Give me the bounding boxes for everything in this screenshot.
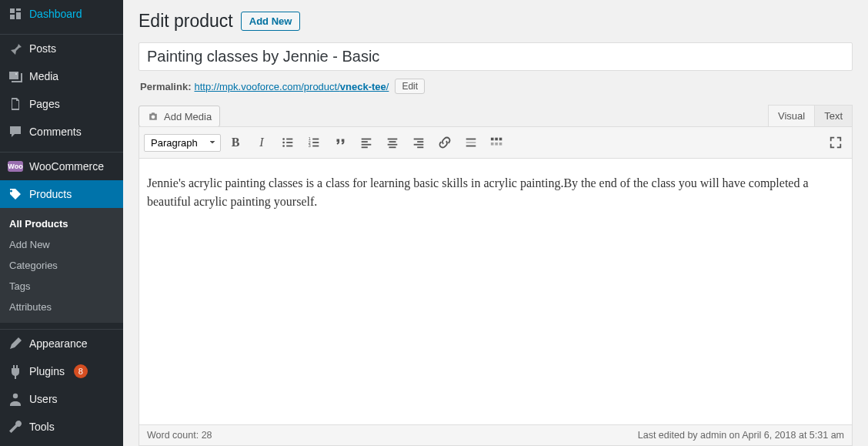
sidebar-item-products[interactable]: Products	[0, 180, 123, 208]
sidebar-item-users[interactable]: Users	[0, 385, 123, 413]
svg-rect-17	[362, 146, 368, 148]
align-center-button[interactable]	[381, 132, 404, 153]
products-icon	[8, 186, 23, 202]
svg-rect-3	[286, 139, 292, 140]
sidebar-item-tools[interactable]: Tools	[0, 413, 123, 441]
sidebar-item-label: Media	[29, 70, 58, 82]
submenu-attributes[interactable]: Attributes	[0, 297, 123, 317]
svg-rect-27	[466, 142, 476, 143]
pin-icon	[8, 41, 23, 56]
svg-rect-20	[388, 144, 398, 146]
svg-rect-9	[312, 139, 319, 140]
permalink-label: Permalink:	[140, 81, 191, 92]
svg-rect-5	[286, 142, 292, 143]
svg-rect-18	[388, 139, 398, 140]
sidebar-item-media[interactable]: Media	[0, 62, 123, 90]
svg-rect-16	[362, 144, 372, 146]
svg-rect-22	[414, 139, 424, 140]
svg-rect-14	[362, 139, 372, 140]
tab-text[interactable]: Text	[814, 105, 853, 127]
add-new-button[interactable]: Add New	[241, 12, 301, 31]
svg-text:3: 3	[309, 143, 311, 148]
comments-icon	[8, 124, 23, 139]
svg-rect-25	[417, 146, 423, 148]
numbered-list-button[interactable]: 123	[302, 132, 326, 153]
svg-rect-30	[495, 138, 498, 141]
sidebar-item-dashboard[interactable]: Dashboard	[0, 0, 123, 28]
svg-rect-23	[417, 141, 423, 143]
svg-rect-26	[466, 139, 476, 140]
toolbar-toggle-button[interactable]	[486, 132, 509, 153]
svg-rect-13	[312, 146, 319, 147]
bullet-list-button[interactable]	[276, 132, 299, 153]
content-paragraph: Jennie's acrylic painting classes is a c…	[147, 174, 844, 211]
permalink-link[interactable]: http://mpk.vooforce.com/product/vneck-te…	[194, 81, 389, 92]
svg-rect-28	[466, 146, 476, 147]
svg-point-2	[282, 138, 285, 140]
permalink-slug: vneck-tee	[340, 81, 386, 92]
sidebar-item-label: Appearance	[29, 337, 88, 350]
blockquote-button[interactable]	[329, 132, 352, 153]
fullscreen-button[interactable]	[824, 132, 847, 153]
submenu-add-new[interactable]: Add New	[0, 234, 123, 255]
svg-rect-7	[286, 146, 292, 147]
permalink-trail: /	[386, 81, 389, 92]
sidebar-item-label: Pages	[29, 98, 60, 110]
sidebar-item-label: Products	[29, 188, 72, 200]
submenu-all-products[interactable]: All Products	[0, 213, 123, 234]
sidebar-item-label: Plugins	[29, 365, 65, 377]
svg-rect-33	[495, 143, 498, 146]
admin-sidebar: Dashboard Posts Media Pages Comments Woo…	[0, 0, 123, 446]
svg-point-0	[15, 73, 17, 75]
link-button[interactable]	[433, 132, 456, 153]
sidebar-item-label: Tools	[29, 421, 55, 433]
submenu-tags[interactable]: Tags	[0, 276, 123, 297]
svg-rect-31	[499, 138, 502, 141]
svg-rect-19	[389, 141, 396, 143]
camera-icon	[147, 110, 159, 122]
sidebar-item-plugins[interactable]: Plugins 8	[0, 357, 123, 385]
users-icon	[8, 391, 23, 407]
align-left-button[interactable]	[355, 132, 378, 153]
svg-rect-21	[389, 146, 396, 148]
svg-rect-32	[491, 143, 494, 146]
format-select[interactable]: Paragraph	[144, 134, 221, 152]
sidebar-item-label: Users	[29, 393, 58, 405]
italic-button[interactable]: I	[250, 132, 273, 153]
sidebar-item-comments[interactable]: Comments	[0, 118, 123, 146]
editor-top-row: Add Media Visual Text	[139, 105, 853, 127]
sidebar-item-label: Dashboard	[29, 8, 82, 20]
editor-content[interactable]: Jennie's acrylic painting classes is a c…	[139, 159, 852, 424]
permalink-base: http://mpk.vooforce.com/product/	[194, 81, 339, 92]
readmore-button[interactable]	[459, 132, 482, 153]
svg-rect-11	[312, 142, 319, 143]
edit-permalink-button[interactable]: Edit	[395, 79, 425, 94]
sidebar-item-appearance[interactable]: Appearance	[0, 330, 123, 357]
bold-button[interactable]: B	[224, 132, 247, 153]
sidebar-item-label: Posts	[29, 42, 56, 55]
sidebar-item-posts[interactable]: Posts	[0, 35, 123, 62]
sidebar-item-label: Comments	[29, 126, 82, 138]
svg-rect-34	[499, 143, 502, 146]
tools-icon	[8, 419, 23, 434]
page-title: Edit product	[139, 11, 233, 32]
align-right-button[interactable]	[407, 132, 430, 153]
editor: Paragraph B I 123	[139, 126, 853, 446]
main-content: Edit product Add New Permalink: http://m…	[123, 0, 868, 446]
word-count: Word count: 28	[147, 430, 212, 441]
svg-rect-24	[414, 144, 424, 146]
svg-point-1	[13, 394, 18, 398]
sidebar-item-woocommerce[interactable]: Woo WooCommerce	[0, 153, 123, 180]
page-header: Edit product Add New	[139, 11, 853, 32]
dashboard-icon	[8, 6, 23, 22]
media-icon	[8, 69, 23, 84]
svg-point-4	[282, 142, 285, 144]
product-title-input[interactable]	[139, 42, 853, 71]
plugins-icon	[8, 364, 23, 379]
plugin-update-badge: 8	[74, 364, 88, 378]
tab-visual[interactable]: Visual	[768, 105, 815, 127]
svg-point-6	[282, 145, 285, 147]
add-media-button[interactable]: Add Media	[139, 106, 220, 127]
submenu-categories[interactable]: Categories	[0, 255, 123, 276]
sidebar-item-pages[interactable]: Pages	[0, 90, 123, 118]
